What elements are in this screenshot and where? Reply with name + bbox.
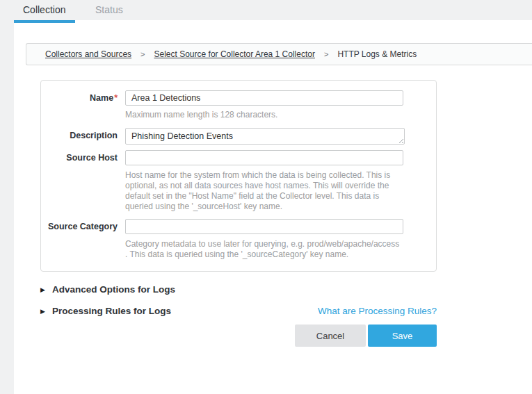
breadcrumb-link-select-source[interactable]: Select Source for Collector Area 1 Colle… xyxy=(154,49,315,59)
required-asterisk: * xyxy=(114,93,118,103)
form-actions: Cancel Save xyxy=(40,325,437,347)
breadcrumb: Collectors and Sources > Select Source f… xyxy=(26,43,532,65)
processing-rules-toggle[interactable]: ▶ Processing Rules for Logs xyxy=(40,306,171,316)
description-input[interactable]: Phishing Detection Events xyxy=(125,128,405,145)
name-help-text: Maximum name length is 128 characters. xyxy=(125,110,403,120)
breadcrumb-link-collectors[interactable]: Collectors and Sources xyxy=(45,49,131,59)
source-host-input[interactable] xyxy=(125,150,403,165)
tab-bar: Collection Status xyxy=(0,0,532,20)
expand-triangle-icon: ▶ xyxy=(40,308,52,315)
source-host-label: Source Host xyxy=(41,150,118,163)
source-category-row: Source Category Category metadata to use… xyxy=(41,219,436,260)
processing-rules-row: ▶ Processing Rules for Logs What are Pro… xyxy=(40,306,437,316)
tab-collection[interactable]: Collection xyxy=(23,4,65,15)
source-category-input[interactable] xyxy=(125,219,403,234)
advanced-options-row: ▶ Advanced Options for Logs xyxy=(40,284,437,295)
tab-status[interactable]: Status xyxy=(95,4,123,15)
breadcrumb-current-page: HTTP Logs & Metrics xyxy=(337,49,417,59)
advanced-options-toggle[interactable]: ▶ Advanced Options for Logs xyxy=(40,284,175,295)
breadcrumb-separator-icon: > xyxy=(324,50,328,58)
main-content: Collectors and Sources > Select Source f… xyxy=(14,20,532,394)
name-input[interactable] xyxy=(125,90,403,106)
expand-triangle-icon: ▶ xyxy=(40,286,52,293)
advanced-options-title: Advanced Options for Logs xyxy=(52,284,175,295)
breadcrumb-separator-icon: > xyxy=(140,50,145,58)
source-category-help-text: Category metadata to use later for query… xyxy=(125,239,403,260)
name-row: Name* Maximum name length is 128 charact… xyxy=(41,90,436,120)
source-category-label: Source Category xyxy=(41,219,118,231)
name-label: Name* xyxy=(41,90,118,103)
cancel-button[interactable]: Cancel xyxy=(295,325,366,347)
description-row: Description Phishing Detection Events xyxy=(41,128,436,145)
processing-rules-title: Processing Rules for Logs xyxy=(52,306,171,316)
source-host-row: Source Host Host name for the system fro… xyxy=(41,150,436,212)
source-host-help-text: Host name for the system from which the … xyxy=(125,170,403,212)
active-tab-indicator xyxy=(14,20,75,23)
save-button[interactable]: Save xyxy=(368,325,437,347)
name-label-text: Name xyxy=(90,93,113,103)
description-label: Description xyxy=(41,128,118,140)
source-config-form: Name* Maximum name length is 128 charact… xyxy=(40,80,437,272)
processing-rules-help-link[interactable]: What are Processing Rules? xyxy=(318,306,437,316)
